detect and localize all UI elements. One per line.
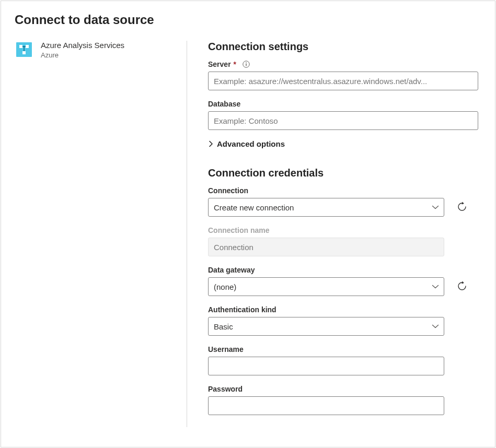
required-indicator: * bbox=[234, 60, 236, 68]
advanced-options-toggle[interactable]: Advanced options bbox=[208, 139, 478, 148]
auth-kind-select[interactable]: Basic bbox=[208, 317, 444, 336]
server-input[interactable] bbox=[208, 72, 478, 90]
connection-select[interactable]: Create new connection bbox=[208, 198, 444, 217]
data-source-item[interactable]: Azure Analysis Services Azure bbox=[15, 41, 176, 59]
username-label: Username bbox=[208, 345, 478, 353]
connection-name-field: Connection name bbox=[208, 226, 478, 256]
connection-label: Connection bbox=[208, 186, 478, 195]
database-field: Database bbox=[208, 100, 478, 130]
username-field: Username bbox=[208, 345, 478, 375]
server-field: Server * bbox=[208, 60, 478, 90]
svg-rect-8 bbox=[246, 62, 246, 63]
svg-rect-2 bbox=[26, 45, 29, 48]
svg-rect-3 bbox=[22, 51, 26, 54]
refresh-gateway-button[interactable] bbox=[455, 279, 469, 295]
page-title: Connect to data source bbox=[15, 13, 481, 27]
connection-name-input bbox=[208, 238, 444, 256]
connection-settings-heading: Connection settings bbox=[208, 41, 478, 53]
data-gateway-field: Data gateway (none) bbox=[208, 266, 478, 296]
server-label-text: Server bbox=[208, 60, 231, 68]
auth-kind-field: Authentication kind Basic bbox=[208, 305, 478, 336]
username-input[interactable] bbox=[208, 357, 444, 375]
data-source-text: Azure Analysis Services Azure bbox=[41, 41, 124, 59]
data-gateway-label: Data gateway bbox=[208, 266, 478, 274]
database-input[interactable] bbox=[208, 111, 478, 130]
connection-name-label: Connection name bbox=[208, 226, 478, 234]
refresh-connection-button[interactable] bbox=[455, 199, 469, 216]
azure-analysis-services-icon bbox=[15, 41, 33, 58]
auth-kind-label: Authentication kind bbox=[208, 305, 478, 314]
password-input[interactable] bbox=[208, 396, 444, 415]
database-label: Database bbox=[208, 100, 478, 108]
columns: Azure Analysis Services Azure Connection… bbox=[15, 41, 481, 427]
connection-field: Connection Create new connection bbox=[208, 186, 478, 217]
right-column: Connection settings Server * bbox=[187, 41, 481, 427]
data-source-category: Azure bbox=[41, 51, 124, 59]
server-label: Server * bbox=[208, 60, 478, 68]
advanced-options-label: Advanced options bbox=[217, 139, 285, 148]
info-icon[interactable] bbox=[243, 61, 250, 68]
refresh-icon bbox=[457, 202, 467, 214]
connection-credentials-heading: Connection credentials bbox=[208, 167, 478, 179]
svg-rect-7 bbox=[246, 64, 246, 66]
svg-rect-1 bbox=[19, 45, 22, 48]
chevron-right-icon bbox=[208, 140, 214, 147]
data-gateway-select[interactable]: (none) bbox=[208, 277, 444, 296]
password-field: Password bbox=[208, 385, 478, 415]
left-column: Azure Analysis Services Azure bbox=[15, 41, 187, 427]
password-label: Password bbox=[208, 385, 478, 393]
refresh-icon bbox=[457, 281, 467, 293]
data-source-name: Azure Analysis Services bbox=[41, 41, 124, 50]
connect-data-source-panel: Connect to data source Azure Analysis Se… bbox=[1, 1, 495, 447]
